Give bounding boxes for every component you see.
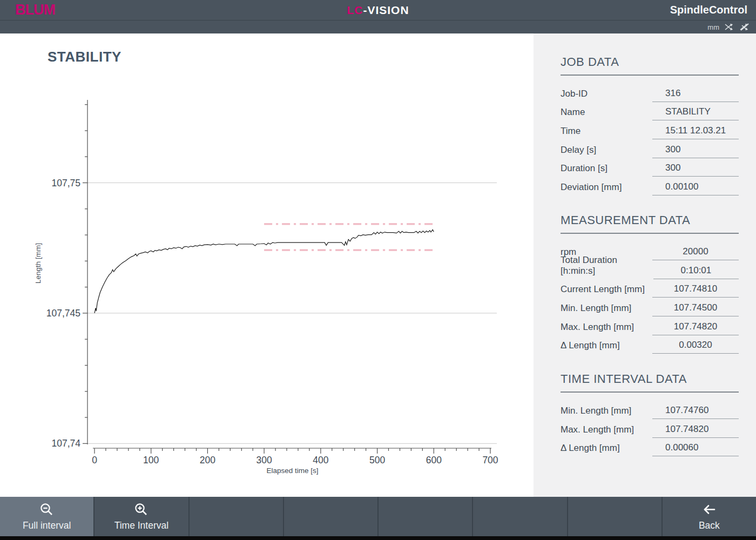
- app-title-rest: -VISION: [363, 4, 409, 16]
- arrow-left-icon: [701, 503, 717, 516]
- svg-text:200: 200: [200, 455, 215, 465]
- job-data-rows: Job-ID316NameSTABILITYTime15:11 12.03.21…: [561, 83, 739, 195]
- data-row: Delay [s]300: [561, 139, 739, 158]
- time-interval-data-section: TIME INTERVAL DATA Min. Length [mm]107.7…: [561, 372, 739, 456]
- data-row: Total Duration [h:min:s]0:10:01: [561, 260, 739, 279]
- row-label: Max. Length [mm]: [561, 322, 634, 335]
- bottom-strip: [0, 536, 756, 540]
- crossed-arrows-slash-icon[interactable]: [740, 23, 750, 31]
- toolbar-slot-empty: [473, 497, 568, 536]
- time-interval-data-rows: Min. Length [mm]107.74760Max. Length [mm…: [561, 400, 739, 456]
- top-bar: BLUM LC-VISION SpindleControl: [0, 0, 756, 20]
- data-row: Min. Length [mm]107.74500: [561, 298, 739, 316]
- time-interval-button[interactable]: Time Interval: [94, 497, 189, 536]
- data-row: Min. Length [mm]107.74760: [561, 400, 739, 419]
- svg-text:700: 700: [482, 455, 498, 465]
- toolbar-slot-empty: [568, 497, 663, 536]
- measurement-data-section: MEASUREMENT DATA rpm20000Total Duration …: [561, 213, 739, 354]
- data-row: Current Length [mm]107.74810: [561, 279, 739, 298]
- svg-text:500: 500: [369, 455, 385, 465]
- toolbar-slot-empty: [379, 497, 473, 536]
- svg-text:600: 600: [426, 455, 442, 465]
- row-value: 300: [652, 163, 739, 177]
- time-interval-data-title: TIME INTERVAL DATA: [561, 372, 739, 393]
- back-button[interactable]: Back: [663, 497, 756, 536]
- stability-line-chart: 107,74107,745107,75010020030040050060070…: [0, 33, 534, 497]
- row-label: Min. Length [mm]: [561, 406, 631, 419]
- svg-text:100: 100: [143, 455, 159, 465]
- job-data-section: JOB DATA Job-ID316NameSTABILITYTime15:11…: [561, 55, 739, 195]
- row-label: Current Length [mm]: [561, 284, 645, 298]
- job-data-title: JOB DATA: [561, 55, 739, 76]
- unit-label: mm: [707, 23, 719, 31]
- toolbar-button-label: Full interval: [23, 520, 71, 531]
- svg-text:107,745: 107,745: [46, 308, 80, 319]
- data-row: Duration [s]300: [561, 158, 739, 177]
- toolbar-button-label: Time Interval: [114, 520, 169, 531]
- svg-text:300: 300: [256, 455, 272, 465]
- row-label: Job-ID: [561, 89, 588, 102]
- crossed-arrows-icon[interactable]: [725, 23, 734, 31]
- measurement-data-rows: rpm20000Total Duration [h:min:s]0:10:01C…: [561, 241, 739, 354]
- data-row: Δ Length [mm]0.00060: [561, 438, 739, 457]
- row-value: 0.00320: [652, 340, 739, 354]
- product-title: SpindleControl: [670, 4, 747, 16]
- svg-text:Length [mm]: Length [mm]: [34, 243, 42, 284]
- svg-text:0: 0: [92, 455, 97, 465]
- data-row: Time15:11 12.03.21: [561, 120, 739, 139]
- app-title-accent: LC: [347, 4, 363, 16]
- status-bar: mm: [0, 20, 756, 33]
- toolbar-button-label: Back: [699, 520, 720, 531]
- data-row: Max. Length [mm]107.74820: [561, 419, 739, 438]
- data-row: Job-ID316: [561, 83, 739, 102]
- row-value: STABILITY: [652, 106, 739, 120]
- row-label: Name: [561, 107, 585, 120]
- row-value: 107.74760: [652, 405, 739, 419]
- chart-title: STABILITY: [48, 49, 122, 65]
- row-label: Max. Length [mm]: [561, 424, 634, 438]
- row-label: Total Duration [h:min:s]: [561, 255, 653, 279]
- bottom-toolbar: Full intervalTime IntervalBack: [0, 497, 756, 536]
- magnifier-minus-icon: [39, 502, 54, 517]
- row-label: Δ Length [mm]: [561, 443, 620, 456]
- toolbar-slot-empty: [190, 497, 284, 536]
- svg-text:107,74: 107,74: [51, 438, 80, 449]
- data-row: Δ Length [mm]0.00320: [561, 335, 739, 354]
- full-interval-button[interactable]: Full interval: [0, 497, 94, 536]
- row-value: 300: [652, 144, 739, 158]
- data-row: Deviation [mm]0.00100: [561, 177, 739, 195]
- row-value: 15:11 12.03.21: [652, 125, 739, 139]
- row-value: 107.74500: [652, 302, 739, 316]
- row-value: 20000: [652, 246, 739, 260]
- data-row: NameSTABILITY: [561, 102, 739, 121]
- row-label: Min. Length [mm]: [561, 303, 631, 316]
- measurement-data-title: MEASUREMENT DATA: [561, 213, 739, 234]
- side-panel: JOB DATA Job-ID316NameSTABILITYTime15:11…: [534, 33, 756, 497]
- row-value: 107.74820: [652, 424, 739, 438]
- row-label: Delay [s]: [561, 145, 596, 158]
- row-value: 107.74810: [652, 284, 739, 298]
- row-value: 0.00100: [652, 181, 739, 195]
- row-label: Deviation [mm]: [561, 182, 622, 195]
- row-label: Time: [561, 126, 580, 139]
- row-label: Δ Length [mm]: [561, 340, 620, 354]
- row-value: 0:10:01: [653, 265, 739, 279]
- svg-text:107,75: 107,75: [51, 178, 80, 188]
- row-label: Duration [s]: [561, 163, 608, 177]
- svg-text:Elapsed time [s]: Elapsed time [s]: [266, 467, 318, 475]
- row-value: 107.74820: [652, 321, 739, 335]
- app-title: LC-VISION: [0, 4, 756, 17]
- svg-text:400: 400: [313, 455, 328, 465]
- data-row: Max. Length [mm]107.74820: [561, 316, 739, 335]
- row-value: 316: [652, 88, 739, 102]
- magnifier-plus-icon: [134, 502, 148, 517]
- toolbar-slot-empty: [284, 497, 379, 536]
- row-value: 0.00060: [652, 442, 739, 456]
- chart-area: 107,74107,745107,75010020030040050060070…: [0, 33, 534, 497]
